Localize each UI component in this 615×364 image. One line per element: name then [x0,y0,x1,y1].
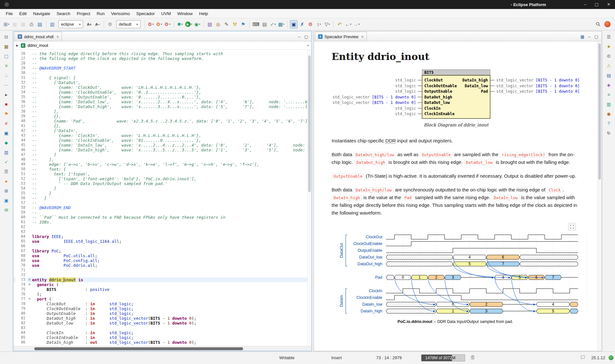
code-text[interactable]: library IEEE; [32,234,311,239]
code-text[interactable]: ClockInEnable : in std_logic; [32,335,311,340]
run-button[interactable]: ▶▾ [185,20,193,29]
code-line[interactable]: 61-- IOBs. [13,220,311,224]
tab-specador-preview[interactable]: S Specador Preview × [315,32,367,41]
metrics-view-icon[interactable]: ▥ [3,149,10,156]
menu-uvm[interactable]: UVM [158,10,174,18]
menu-run[interactable]: Run [93,10,108,18]
new-button[interactable]: ⊞▾ [3,20,10,29]
diagram-view-icon[interactable]: ◈ [605,81,612,89]
code-line[interactable]: 52-- ['tspan', {'font-weight': 'bold'}, … [13,176,311,181]
flags-view-icon[interactable]: ⚑ [3,110,10,117]
tool-settings-button[interactable]: ⚙ [307,20,314,29]
close-tab-icon[interactable]: × [56,34,59,39]
workspace-scope-button[interactable]: ▥ [48,20,56,29]
code-line[interactable]: 47-- ] [13,152,311,157]
documentation-panel-icon[interactable]: ▤ [605,72,612,79]
code-line[interactable]: 66 [13,244,311,249]
flag-button[interactable]: ⚑ [239,20,247,29]
code-text[interactable]: -- edge: ['a~>u', 'b~>v', 'c~>w', 'd~>x'… [32,162,311,167]
project-explorer-icon[interactable]: ▦ [3,43,10,50]
outline-list-icon[interactable]: ☰ [3,168,10,175]
code-text[interactable]: use IEEE.std_logic_1164.all; [32,239,311,244]
edit-mode-button[interactable]: ✎ [223,20,230,29]
minimize-editor-button[interactable]: – [298,34,300,39]
sash[interactable] [312,31,313,351]
build-view-icon[interactable]: ⚙ [605,53,612,60]
code-text[interactable]: -- {name: 'ClockOut', wave: 'LH.L.H.L.H.… [32,85,311,90]
save-button[interactable]: ▦ [11,20,19,29]
code-text[interactable]: -- [32,200,311,205]
code-text[interactable]: -- the falling edge directly before this… [32,51,311,56]
code-line[interactable]: 84 ClockIn : in std_logic; [13,330,311,335]
menu-search[interactable]: Search [53,10,74,18]
tasks-view-icon[interactable]: ● [3,178,10,185]
report-button[interactable]: ▤ [261,20,268,29]
code-editor[interactable]: 26-- the falling edge directly before th… [13,50,311,346]
close-preview-tab-icon[interactable]: × [361,34,364,39]
code-text[interactable]: ClockOut : in std_logic; [32,301,311,306]
specador-button[interactable]: ▣ [290,20,298,29]
code-text[interactable]: use PoC.utils.all; [32,253,311,258]
launch-config-combo[interactable]: default▾ [116,20,141,28]
bookmarks-view-icon[interactable]: ★ [605,43,612,50]
preview-scroll-thumb[interactable] [598,43,601,180]
code-text[interactable]: generic ( [32,282,311,287]
code-line[interactable]: 30-- [13,71,311,75]
menu-specador[interactable]: Specador [133,10,158,18]
code-line[interactable]: 82 DataOut_low : in std_logic_vector(BIT… [13,321,311,326]
types-view-icon[interactable]: ⊞ [3,187,10,194]
code-text[interactable]: -- @WAVEDROM_END [32,205,311,210]
code-line[interactable]: 46-- {name: 'DataIn_high', wave: 'x.....… [13,148,311,152]
checks-view-icon[interactable]: ✓ [3,158,10,165]
back-button[interactable]: ←▾ [344,20,352,29]
code-text[interactable]: entity ddrio_inout is [32,277,311,282]
code-text[interactable]: -- {name: 'ClockOutEnable', wave: '0..1.… [32,90,311,95]
code-line[interactable]: 56-- } [13,196,311,200]
code-text[interactable]: use PoC.ddrio.all; [32,263,311,268]
code-line[interactable]: 79 ClockOutEnable : in std_logic; [13,306,311,311]
minimize-preview-button[interactable]: – [588,34,590,39]
forward-button[interactable]: →▾ [352,20,360,29]
breadcrumb-menu-icon[interactable]: ▾ [307,44,309,47]
code-line[interactable]: 62 [13,224,311,229]
code-text[interactable]: ClockOutEnable : in std_logic; [32,306,311,311]
code-text[interactable]: DataOut_high : in std_logic_vector(BITS … [32,316,311,321]
compile-button[interactable]: ⚙▾ [147,20,155,29]
toggle-layout-icon[interactable]: ▦ [580,34,584,39]
code-line[interactable]: 72 [13,273,311,277]
code-text[interactable]: -- {name: 'Pad', wave: 'x2.3.4.5.z...2.3… [32,119,311,123]
launch-config-icon-button[interactable]: ⚙ [106,20,114,29]
code-line[interactable]: 51-- text: ['tspan', [13,172,311,176]
maximize-window-button[interactable]: ▢ [595,0,599,9]
code-line[interactable]: 29-- @WAVEDROM_START [13,66,311,71]
code-text[interactable]: OutputEnable : in std_logic; [32,311,311,316]
disable-checks-button[interactable]: ✗ [298,20,306,29]
inspect-button[interactable]: ◎ [214,20,222,29]
checklist-view-icon[interactable]: ≡ [605,91,612,98]
editor-hscroll-thumb[interactable] [34,347,243,350]
code-text[interactable]: -- @WAVEDROM_START [32,66,311,71]
code-line[interactable]: 33-- {name: 'ClockOut', wave: 'LH.L.H.L.… [13,85,311,90]
coverage-view-icon[interactable]: ◆ [3,139,10,146]
menu-help[interactable]: Help [196,10,211,18]
table-button[interactable]: ▦▾ [277,20,285,29]
code-line[interactable]: 78 ClockOut : in std_logic; [13,301,311,306]
code-line[interactable]: 68use PoC.utils.all; [13,253,311,258]
code-line[interactable]: 86 DataIn_high : out std_logic_vector(BI… [13,340,311,345]
code-line[interactable]: 45-- {name: 'DataIn_low', wave: 'x.....2… [13,143,311,148]
code-text[interactable]: -- {name: 'DataOut_high', wave: 'x......… [32,104,311,109]
fold-marker[interactable]: ⊖ [27,277,32,282]
code-line[interactable]: 39-- {}, [13,114,311,119]
outline-view-icon[interactable]: ☰ [605,33,612,40]
code-text[interactable]: DataOut_low : in std_logic_vector(BITS -… [32,321,311,326]
font-decrease-button[interactable]: A− [94,20,101,29]
code-text[interactable]: -- [32,61,311,66]
code-line[interactable]: 32-- ['DataOut', [13,80,311,85]
code-text[interactable]: BITS : positive [32,287,311,292]
hierarchy-view-icon[interactable]: ∴ [3,72,10,79]
code-line[interactable]: 50-- foot: { [13,167,311,172]
code-line[interactable]: 60-- ``Pad`` must be connected to a PAD … [13,215,311,220]
code-line[interactable]: 48-- ], [13,157,311,162]
clean-build-button[interactable]: ⚙▾ [164,20,171,29]
code-text[interactable]: -- {name: 'ClockIn', wave: 'L.H.L.H.L.H.… [32,133,311,138]
